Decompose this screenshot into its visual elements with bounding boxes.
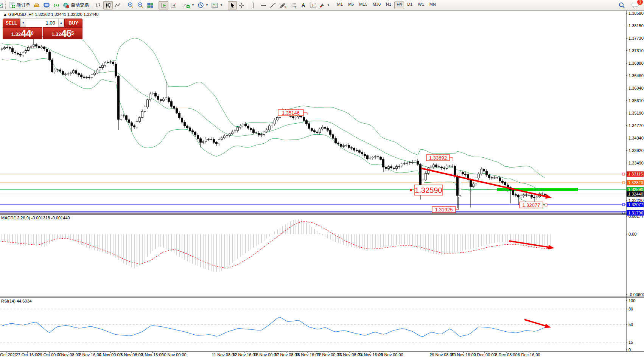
terminal-icon[interactable] [42,1,51,9]
text-label-tool[interactable]: T [308,1,318,9]
sell-price-button[interactable]: 1.32440 [3,27,42,39]
notifications-chat-icon[interactable]: 1 [630,1,640,9]
arrows-dropdown-arrow[interactable]: ▼ [327,3,330,7]
templates-dropdown-arrow[interactable]: ▼ [220,3,223,7]
candle [91,75,93,78]
rsi-axis-tick: 50 [628,322,633,327]
periods-dropdown-arrow[interactable]: ▼ [205,3,208,7]
hline-handle[interactable] [622,173,625,175]
annotation-label[interactable]: 1.32077 [520,202,547,208]
candle [541,194,543,194]
volume-input[interactable] [26,19,58,27]
candle [221,138,223,140]
collapse-arrow-icon[interactable]: ▲ [3,12,7,17]
auto-scroll-button[interactable] [159,1,168,9]
hline-handle[interactable] [622,182,625,184]
timeframe-button-w1[interactable]: W1 [415,2,426,9]
candle [107,62,109,63]
chart-canvas[interactable]: 1.385801.381501.377301.373101.368801.364… [0,11,644,357]
indicators-dropdown-arrow[interactable]: ▼ [191,3,194,7]
trendline-tool[interactable] [268,1,278,9]
candle [96,70,98,73]
arrows-tool-button[interactable]: ▼ [318,1,331,9]
cursor-tool-button[interactable] [228,1,237,9]
timeframe-button-mn[interactable]: MN [427,2,438,9]
timeframe-button-h1[interactable]: H1 [384,2,394,9]
candle [139,118,141,122]
periods-button[interactable]: ▼ [196,1,210,9]
candle [49,52,51,60]
candle [483,169,485,171]
zoom-out-button[interactable] [135,1,145,9]
candle [192,131,194,132]
timeframe-button-h4[interactable]: H4 [394,2,404,9]
price-tick: 1.38580 [628,11,644,16]
candle [131,123,133,126]
price-tick: 1.36880 [628,61,644,65]
candle [210,139,212,140]
timeframe-button-m15[interactable]: M15 [357,2,369,9]
chart-shift-button[interactable] [168,1,178,9]
candle [441,167,443,168]
buy-price-button[interactable]: 1.32465 [43,27,83,39]
signals-icon[interactable] [51,1,61,9]
autotrading-button[interactable]: 自动交易 [61,1,90,9]
zoom-in-button[interactable] [126,1,135,9]
candle [473,184,474,186]
sell-button[interactable]: SELL [3,19,20,27]
line-chart-mode-button[interactable] [113,1,122,9]
candle [78,73,80,75]
tile-windows-button[interactable] [145,1,155,9]
text-tool[interactable]: A [299,1,308,9]
candle [343,146,345,146]
candle [234,130,236,132]
candle [240,126,241,127]
horizontal-line-tool[interactable] [258,1,268,9]
timeframe-button-m30[interactable]: M30 [370,2,383,9]
sell-price-small: 1.32 [11,31,21,38]
date-label: 1 Nov 08:00 [58,352,80,357]
indicators-button[interactable]: ▼ [182,1,196,9]
timeframe-button-m5[interactable]: M5 [346,2,356,9]
candle [173,106,175,109]
svg-text:F: F [295,6,297,8]
new-order-button[interactable]: 新订单 [8,1,32,9]
candle [41,47,43,48]
templates-button[interactable]: ▼ [210,1,224,9]
candle [375,157,376,157]
candle [338,143,339,144]
buy-button[interactable]: BUY [64,19,82,27]
candle [266,130,268,132]
gold-ingot-icon[interactable] [32,1,42,9]
candle [353,148,355,150]
candle [155,93,157,96]
equidistant-channel-tool[interactable]: E [278,1,288,9]
candle [295,117,297,118]
volume-decrease-button[interactable]: ▼ [20,19,26,27]
volume-increase-button[interactable]: ▲ [58,19,64,27]
timeframe-button-m1[interactable]: M1 [335,2,345,9]
rsi-axis-tick: 0 [628,348,631,352]
search-icon[interactable] [617,1,627,9]
annotation-label[interactable]: 1.35146 [278,110,307,116]
clipped-chart-icon[interactable] [0,1,5,9]
vertical-line-tool[interactable] [249,1,258,9]
hline-handle[interactable] [622,203,625,206]
candlestick-mode-button[interactable] [103,1,113,9]
candle [367,156,369,159]
candle [316,132,318,133]
crosshair-tool-button[interactable] [237,1,246,9]
candle [393,168,395,169]
timeframe-button-d1[interactable]: D1 [405,2,415,9]
hline-handle[interactable] [622,212,625,214]
candle [528,195,530,196]
candle [512,190,514,194]
candle [258,133,260,135]
fibonacci-tool[interactable]: F [288,1,299,9]
annotation-label[interactable]: 1.32590 [410,185,443,195]
bar-chart-mode-button[interactable] [94,1,103,9]
candle [351,147,353,148]
candle [242,124,244,126]
annotation-label[interactable]: 1.33692 [426,155,453,161]
candle [491,178,493,178]
